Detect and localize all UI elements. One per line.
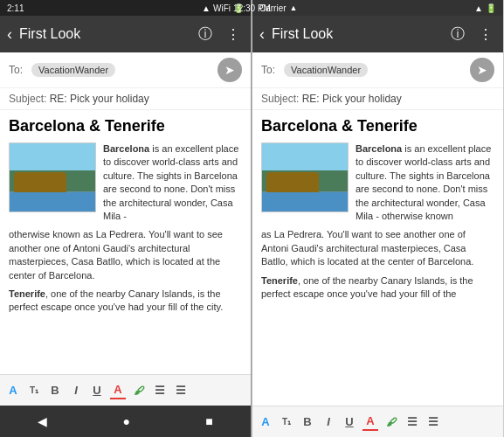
right-email-headline: Barcelona & Tenerife bbox=[261, 117, 494, 135]
left-to-row: To: VacationWander ➤ bbox=[0, 52, 251, 88]
left-toolbar-underline-button[interactable]: U bbox=[89, 382, 105, 399]
right-app-bar: ‹ First Look ⓘ ⋮ bbox=[252, 16, 503, 52]
right-toolbar-a-button[interactable]: A bbox=[258, 413, 273, 430]
left-toolbar-italic-button[interactable]: I bbox=[68, 382, 84, 399]
left-info-icon[interactable]: ⓘ bbox=[195, 24, 216, 45]
right-to-label: To: bbox=[261, 64, 279, 76]
left-toolbar-list2-button[interactable]: ☰ bbox=[173, 382, 189, 399]
right-subject-row: Subject: RE: Pick your holiday bbox=[252, 88, 503, 110]
right-toolbar-italic-button[interactable]: I bbox=[321, 413, 336, 430]
right-toolbar-list2-button[interactable]: ☰ bbox=[425, 413, 441, 430]
right-to-row: To: VacationWander ➤ bbox=[252, 52, 503, 88]
left-toolbar-highlight-button[interactable]: 🖌 bbox=[131, 383, 147, 399]
right-signal-icon: ▲ bbox=[474, 3, 483, 13]
right-tenerife-text: Tenerife, one of the nearby Canary Islan… bbox=[261, 274, 494, 302]
right-more-icon[interactable]: ⋮ bbox=[475, 24, 496, 45]
right-app-title: First Look bbox=[272, 26, 440, 42]
left-image-roller bbox=[14, 172, 66, 194]
left-send-button[interactable]: ➤ bbox=[217, 58, 242, 82]
back-button[interactable]: ‹ bbox=[7, 25, 12, 44]
right-email-full-text: as La Pedrera. You'll want to see anothe… bbox=[261, 228, 494, 268]
right-toolbar: A T₁ B I U A 🖌 ☰ ☰ bbox=[252, 406, 503, 437]
right-body-layout: Barcelona is an excellent place to disco… bbox=[261, 142, 494, 223]
right-back-button[interactable]: ‹ bbox=[259, 25, 265, 44]
left-phone-panel: 2:11 ▲ WiFi 🔋 ‹ First Look ⓘ ⋮ To: Vacat… bbox=[0, 0, 252, 437]
left-image-water bbox=[10, 192, 95, 212]
right-toolbar-t1-button[interactable]: T₁ bbox=[279, 415, 294, 428]
right-status-icons: ▲ 🔋 bbox=[474, 3, 496, 13]
left-email-text-col: Barcelona is an excellent place to disco… bbox=[103, 142, 242, 223]
left-status-bar: 2:11 ▲ WiFi 🔋 bbox=[0, 0, 251, 16]
left-toolbar-a-button[interactable]: A bbox=[5, 382, 21, 399]
left-toolbar-list1-button[interactable]: ☰ bbox=[152, 382, 168, 399]
right-send-button[interactable]: ➤ bbox=[470, 58, 494, 82]
left-to-label: To: bbox=[9, 64, 26, 76]
left-recipient-chip[interactable]: VacationWander bbox=[31, 63, 115, 77]
right-toolbar-highlight-button[interactable]: 🖌 bbox=[383, 414, 399, 430]
left-email-image bbox=[9, 142, 96, 212]
right-toolbar-font-color-button[interactable]: A bbox=[362, 413, 378, 431]
left-subject-row: Subject: RE: Pick your holiday bbox=[0, 88, 251, 110]
left-app-title: First Look bbox=[19, 26, 188, 42]
left-status-time: 2:11 bbox=[7, 3, 24, 13]
left-body-layout: Barcelona is an excellent place to disco… bbox=[9, 142, 242, 223]
left-email-content: To: VacationWander ➤ Subject: RE: Pick y… bbox=[0, 52, 251, 406]
left-subject-label: Subject: bbox=[9, 93, 46, 105]
left-body-text1-short: is an excellent place to discover world-… bbox=[103, 143, 238, 221]
right-battery-icon: 🔋 bbox=[486, 3, 496, 13]
signal-icon: ▲ bbox=[202, 3, 211, 13]
left-nav-bar: ◀ ● ■ bbox=[0, 406, 251, 437]
right-wifi-icon: ▲ bbox=[290, 3, 298, 12]
left-toolbar-font-color-button[interactable]: A bbox=[110, 381, 126, 399]
left-toolbar: A T₁ B I U A 🖌 ☰ ☰ bbox=[0, 374, 251, 406]
left-more-icon[interactable]: ⋮ bbox=[223, 24, 244, 45]
left-body-bold1: Barcelona bbox=[103, 143, 149, 154]
right-subject-text: RE: Pick your holiday bbox=[302, 93, 402, 105]
right-phone-panel: Carrier ▲ 12:30 PM ▲ 🔋 ‹ First Look ⓘ ⋮ … bbox=[252, 0, 503, 437]
left-email-full-text: otherwise known as La Pedrera. You'll wa… bbox=[9, 228, 242, 282]
right-toolbar-underline-button[interactable]: U bbox=[342, 413, 357, 430]
right-email-content: To: VacationWander ➤ Subject: RE: Pick y… bbox=[252, 52, 503, 437]
right-toolbar-bold-button[interactable]: B bbox=[300, 413, 315, 430]
right-status-bar: Carrier ▲ 12:30 PM ▲ 🔋 bbox=[252, 0, 503, 16]
left-nav-square[interactable]: ■ bbox=[205, 414, 212, 428]
right-body-bold1: Barcelona bbox=[356, 143, 402, 154]
right-body-area: Barcelona & Tenerife Barcelona is an exc… bbox=[252, 110, 503, 406]
right-toolbar-list1-button[interactable]: ☰ bbox=[404, 413, 420, 430]
right-body-text1-short: is an excellent place to discover world-… bbox=[356, 143, 491, 221]
left-nav-home[interactable]: ● bbox=[123, 414, 130, 428]
left-nav-back[interactable]: ◀ bbox=[38, 414, 47, 428]
right-subject-label: Subject: bbox=[261, 93, 299, 105]
right-recipient-chip[interactable]: VacationWander bbox=[284, 63, 368, 77]
right-email-image bbox=[261, 142, 349, 212]
left-app-bar: ‹ First Look ⓘ ⋮ bbox=[0, 16, 251, 52]
left-body-area: Barcelona & Tenerife Barcelona is an exc… bbox=[0, 110, 251, 374]
right-email-text-col: Barcelona is an excellent place to disco… bbox=[356, 142, 494, 223]
left-tenerife-text: Tenerife, one of the nearby Canary Islan… bbox=[9, 288, 242, 315]
left-body-bold2: Tenerife bbox=[9, 288, 45, 299]
left-subject-text: RE: Pick your holiday bbox=[50, 93, 149, 105]
left-toolbar-t1-button[interactable]: T₁ bbox=[26, 384, 42, 397]
wifi-icon: WiFi bbox=[213, 3, 231, 13]
right-image-roller bbox=[266, 172, 319, 194]
left-email-headline: Barcelona & Tenerife bbox=[9, 117, 242, 135]
right-body-bold2: Tenerife bbox=[261, 275, 298, 286]
right-image-water bbox=[262, 192, 348, 212]
left-toolbar-bold-button[interactable]: B bbox=[47, 382, 63, 399]
right-info-icon[interactable]: ⓘ bbox=[447, 24, 468, 45]
right-status-time: 12:30 PM bbox=[252, 3, 271, 13]
